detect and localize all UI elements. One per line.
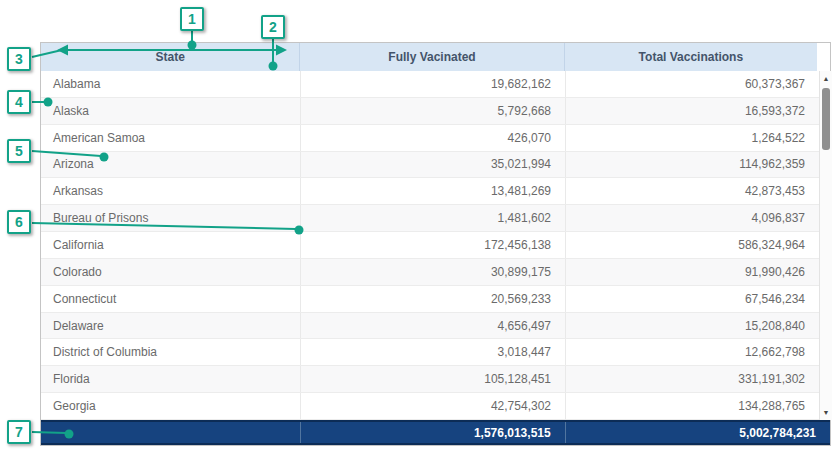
scroll-up-icon[interactable]: ▲ (820, 71, 832, 86)
callout-4: 4 (7, 90, 31, 114)
table-row[interactable]: Florida 105,128,451 331,191,302 (41, 366, 819, 393)
table-row[interactable]: Bureau of Prisons 1,481,602 4,096,837 (41, 205, 819, 232)
state-cell: Arizona (41, 152, 301, 178)
fully-vaccinated-cell: 5,792,668 (301, 98, 566, 124)
summary-row: 1,576,013,515 5,002,784,231 (41, 420, 830, 445)
fully-vaccinated-cell: 4,656,497 (301, 313, 566, 339)
total-vaccinations-cell: 15,208,840 (566, 313, 819, 339)
table-row[interactable]: Georgia 42,754,302 134,288,765 (41, 393, 819, 420)
state-cell: Connecticut (41, 286, 301, 312)
total-vaccinations-cell: 134,288,765 (566, 393, 819, 419)
summary-fully-vaccinated-total: 1,576,013,515 (300, 422, 564, 443)
scroll-down-icon[interactable]: ▼ (820, 405, 832, 420)
table-row[interactable]: Connecticut 20,569,233 67,546,234 (41, 286, 819, 313)
table-row[interactable]: Alaska 5,792,668 16,593,372 (41, 98, 819, 125)
fully-vaccinated-cell: 35,021,994 (301, 152, 566, 178)
table-body-wrap: Alabama 19,682,162 60,373,367 Alaska 5,7… (41, 71, 830, 420)
fully-vaccinated-cell: 20,569,233 (301, 286, 566, 312)
fully-vaccinated-cell: 1,481,602 (301, 205, 566, 231)
table-row[interactable]: Delaware 4,656,497 15,208,840 (41, 313, 819, 340)
state-cell: Alaska (41, 98, 301, 124)
total-vaccinations-cell: 60,373,367 (566, 71, 819, 97)
state-cell: Colorado (41, 259, 301, 285)
table-row[interactable]: Alabama 19,682,162 60,373,367 (41, 71, 819, 98)
table-row[interactable]: California 172,456,138 586,324,964 (41, 232, 819, 259)
header-fully-vaccinated[interactable]: Fully Vacinated (300, 43, 564, 71)
fully-vaccinated-cell: 42,754,302 (301, 393, 566, 419)
fully-vaccinated-cell: 172,456,138 (301, 232, 566, 258)
total-vaccinations-cell: 16,593,372 (566, 98, 819, 124)
state-cell: District of Columbia (41, 339, 301, 365)
header-state[interactable]: State (41, 43, 300, 71)
state-cell: Delaware (41, 313, 301, 339)
state-cell: Alabama (41, 71, 301, 97)
state-cell: American Samoa (41, 125, 301, 151)
fully-vaccinated-cell: 19,682,162 (301, 71, 566, 97)
total-vaccinations-cell: 586,324,964 (566, 232, 819, 258)
state-cell: Arkansas (41, 178, 301, 204)
table-body: Alabama 19,682,162 60,373,367 Alaska 5,7… (41, 71, 819, 420)
fully-vaccinated-cell: 30,899,175 (301, 259, 566, 285)
fully-vaccinated-cell: 3,018,447 (301, 339, 566, 365)
table-header-row: State Fully Vacinated Total Vaccinations (41, 43, 830, 71)
state-cell: Georgia (41, 393, 301, 419)
total-vaccinations-cell: 331,191,302 (566, 366, 819, 392)
state-cell: Florida (41, 366, 301, 392)
table-row[interactable]: Arkansas 13,481,269 42,873,453 (41, 178, 819, 205)
table-row[interactable]: District of Columbia 3,018,447 12,662,79… (41, 339, 819, 366)
vaccination-table: State Fully Vacinated Total Vaccinations… (40, 42, 831, 446)
scrollbar-thumb[interactable] (822, 88, 830, 150)
header-scrollbar-spacer (817, 43, 830, 71)
callout-7: 7 (7, 420, 31, 444)
header-total-vaccinations[interactable]: Total Vaccinations (565, 43, 817, 71)
total-vaccinations-cell: 12,662,798 (566, 339, 819, 365)
total-vaccinations-cell: 114,962,359 (566, 152, 819, 178)
callout-2: 2 (261, 15, 285, 39)
table-row[interactable]: Colorado 30,899,175 91,990,426 (41, 259, 819, 286)
callout-3: 3 (7, 47, 31, 71)
callout-6: 6 (7, 210, 31, 234)
total-vaccinations-cell: 91,990,426 (566, 259, 819, 285)
total-vaccinations-cell: 1,264,522 (566, 125, 819, 151)
summary-total-vaccinations-total: 5,002,784,231 (565, 422, 830, 443)
table-row[interactable]: Arizona 35,021,994 114,962,359 (41, 152, 819, 179)
screenshot-stage: State Fully Vacinated Total Vaccinations… (0, 0, 833, 453)
callout-1: 1 (180, 7, 204, 31)
fully-vaccinated-cell: 13,481,269 (301, 178, 566, 204)
state-cell: California (41, 232, 301, 258)
total-vaccinations-cell: 67,546,234 (566, 286, 819, 312)
callout-5: 5 (7, 139, 31, 163)
total-vaccinations-cell: 42,873,453 (566, 178, 819, 204)
summary-state-cell (41, 422, 300, 443)
scrollbar-track[interactable] (820, 86, 832, 405)
fully-vaccinated-cell: 426,070 (301, 125, 566, 151)
fully-vaccinated-cell: 105,128,451 (301, 366, 566, 392)
total-vaccinations-cell: 4,096,837 (566, 205, 819, 231)
vertical-scrollbar[interactable]: ▲ ▼ (819, 71, 832, 420)
table-row[interactable]: American Samoa 426,070 1,264,522 (41, 125, 819, 152)
state-cell: Bureau of Prisons (41, 205, 301, 231)
